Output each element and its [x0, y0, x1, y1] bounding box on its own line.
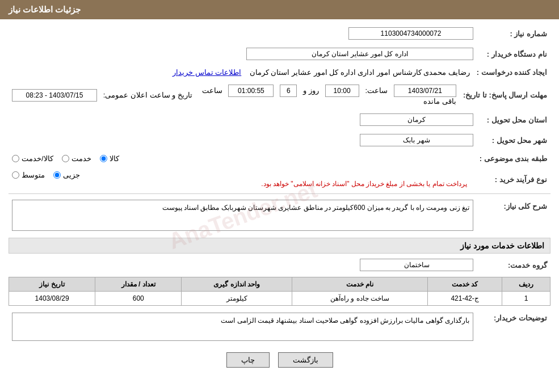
category-label: طبقه بندی موضوعی : [476, 152, 550, 165]
services-table: ردیف کد خدمت نام خدمت واحد اندازه گیری ت… [9, 277, 550, 306]
time-label: ساعت: [365, 86, 388, 95]
buyer-notes-row: توضیحات خریدار: بارگذاری گواهی مالیات بر… [9, 310, 550, 343]
province-label: استان محل تحویل : [477, 111, 550, 128]
deadline-time: 10:00 [325, 85, 359, 97]
need-number-row: شماره نیاز : 1103004734000072 [9, 25, 550, 42]
purchase-type-row: نوع فرآیند خرید : متوسط جزیی پرداخت [9, 168, 550, 190]
city-label: شهر محل تحویل : [477, 132, 550, 149]
buyer-org-label: نام دستگاه خریدار : [477, 45, 550, 62]
col-header-unit: واحد اندازه گیری [182, 277, 292, 292]
request-creator-label: ایجاد کننده درخواست : [473, 66, 550, 79]
category-option-kala-khedmat[interactable]: کالا/خدمت [12, 154, 53, 163]
announce-cell: تاریخ و ساعت اعلان عمومی: 1403/07/15 - 0… [9, 82, 196, 108]
service-group-row: گروه خدمت: ساختمان [9, 256, 550, 273]
deadline-date: 1403/07/21 [394, 85, 456, 97]
need-desc-text: تیغ زنی ومرمت راه با گریدر به میزان 600ک… [162, 204, 469, 212]
announce-label: تاریخ و ساعت اعلان عمومی: [103, 91, 192, 99]
buyer-notes-label: توضیحات خریدار: [477, 310, 550, 343]
back-button[interactable]: بازگشت [278, 352, 333, 368]
divider-1 [9, 193, 550, 194]
service-group-display: ساختمان [360, 259, 473, 271]
page-title: جزئیات اطلاعات نیاز [9, 5, 81, 14]
deadline-days: 6 [280, 85, 297, 97]
row-code: ج-42-421 [428, 292, 502, 306]
buttons-row: بازگشت چاپ [9, 347, 550, 373]
creator-name: رضایف محمدی کارشناس امور اداری اداره کل … [250, 68, 470, 77]
remaining-time: 01:00:55 [228, 85, 274, 97]
need-desc-label: شرح کلی نیاز: [477, 197, 550, 233]
service-group-value: ساختمان [9, 256, 477, 273]
buyer-org-row: نام دستگاه خریدار : اداره کل امور عشایر … [9, 45, 550, 62]
purchase-note: پرداخت تمام یا بخشی از مبلغ خریداز محل "… [261, 180, 467, 188]
deadline-values: 1403/07/21 ساعت: 10:00 روز و 6 01:00:55 … [196, 82, 460, 108]
category-option-khedmat[interactable]: خدمت [62, 154, 91, 163]
buyer-org-value: اداره کل امور عشایر استان کرمان [9, 45, 477, 62]
col-header-row: ردیف [502, 277, 550, 292]
buyer-notes-text: بارگذاری گواهی مالیات برارزش افزوده گواه… [221, 317, 469, 324]
services-header: اطلاعات خدمات مورد نیاز [9, 238, 550, 254]
city-display: شهر بابک [360, 134, 473, 146]
need-desc-value: AnaTender.net تیغ زنی ومرمت راه با گریدر… [9, 197, 477, 233]
col-header-name: نام خدمت [292, 277, 428, 292]
service-group-label: گروه خدمت: [477, 256, 550, 273]
need-number-value: 1103004734000072 [140, 25, 477, 42]
purchase-option-jozii[interactable]: جزیی [53, 171, 80, 179]
purchase-type-label: نوع فرآیند خرید : [477, 168, 550, 190]
buyer-notes-content: بارگذاری گواهی مالیات برارزش افزوده گواه… [9, 310, 477, 343]
page-wrapper: جزئیات اطلاعات نیاز شماره نیاز : 1103004… [0, 0, 559, 392]
row-number: 1 [502, 292, 550, 306]
deadline-row: مهلت ارسال پاسخ: تا تاریخ: 1403/07/21 سا… [9, 82, 550, 108]
request-creator-value: رضایف محمدی کارشناس امور اداری اداره کل … [9, 66, 473, 79]
row-name: ساخت جاده و راه‌آهن [292, 292, 428, 306]
row-unit: کیلومتر [182, 292, 292, 306]
col-header-qty: تعداد / مقدار [95, 277, 182, 292]
province-display: کرمان [360, 113, 473, 126]
purchase-type-options: متوسط جزیی پرداخت تمام یا بخشی از مبلغ خ… [9, 168, 477, 190]
province-value: کرمان [9, 111, 477, 128]
category-row: طبقه بندی موضوعی : کالا/خدمت خدمت کالا [9, 152, 550, 165]
city-value: شهر بابک [9, 132, 477, 149]
need-number-label: شماره نیاز : [477, 25, 550, 42]
contact-info-link[interactable]: اطلاعات تماس خریدار [173, 68, 241, 77]
table-row: 1 ج-42-421 ساخت جاده و راه‌آهن کیلومتر 6… [9, 292, 550, 306]
province-row: استان محل تحویل : کرمان [9, 111, 550, 128]
col-header-date: تاریخ نیاز [9, 277, 95, 292]
day-label: روز و [303, 86, 319, 95]
need-number-display: 1103004734000072 [348, 27, 473, 40]
print-button[interactable]: چاپ [226, 352, 270, 368]
deadline-label: مهلت ارسال پاسخ: تا تاریخ: [460, 82, 550, 108]
page-header: جزئیات اطلاعات نیاز [0, 0, 559, 19]
city-row: شهر محل تحویل : شهر بابک [9, 132, 550, 149]
col-header-code: کد خدمت [428, 277, 502, 292]
announce-value: 1403/07/15 - 08:23 [12, 89, 97, 102]
purchase-option-motavasset[interactable]: متوسط [12, 171, 45, 179]
need-desc-row: شرح کلی نیاز: AnaTender.net تیغ زنی ومرم… [9, 197, 550, 233]
row-qty: 600 [95, 292, 182, 306]
category-option-kala[interactable]: کالا [100, 154, 119, 163]
row-date: 1403/08/29 [9, 292, 95, 306]
buyer-org-display: اداره کل امور عشایر استان کرمان [246, 48, 473, 60]
category-options: کالا/خدمت خدمت کالا [9, 152, 476, 165]
content-area: شماره نیاز : 1103004734000072 نام دستگاه… [0, 19, 559, 379]
request-creator-row: ایجاد کننده درخواست : رضایف محمدی کارشنا… [9, 66, 550, 79]
